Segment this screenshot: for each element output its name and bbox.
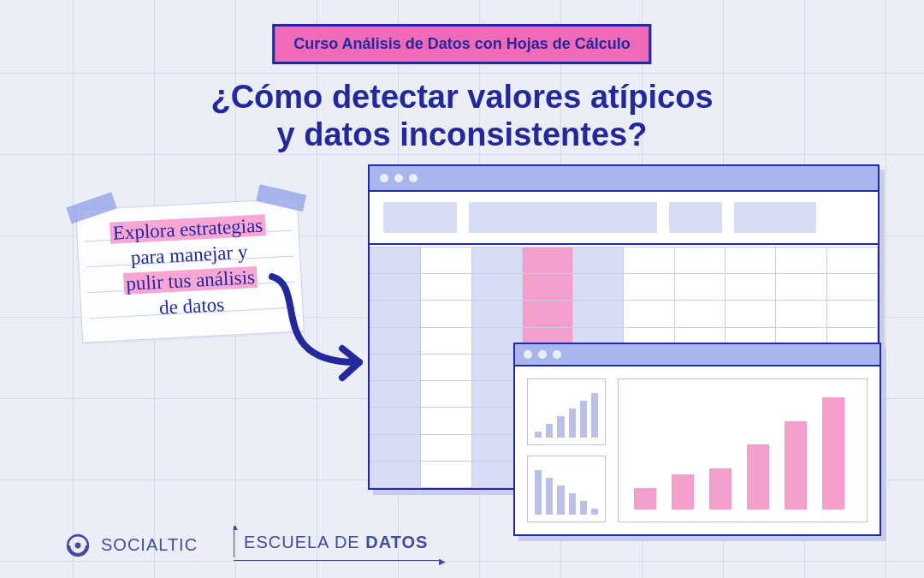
toolbar-block (469, 202, 657, 233)
chart-main (618, 378, 868, 522)
toolbar-block (734, 202, 816, 233)
toolbar-block (383, 202, 457, 233)
spreadsheet-toolbar (370, 192, 878, 245)
socialtic-icon (63, 531, 92, 560)
note-l1: Explora estrategias (110, 214, 266, 243)
slide-title-line1: ¿Cómo detectar valores atípicos (0, 79, 924, 116)
charts-popup-window (513, 343, 881, 536)
svg-point-1 (75, 542, 81, 548)
logo-escuela-de-datos: ▲▶ ESCUELA DE DATOS (234, 529, 436, 561)
chart-thumbnail-ascending (527, 378, 606, 445)
slide-title-line2: y datos inconsistentes? (0, 116, 924, 154)
toolbar-block (669, 202, 722, 233)
course-badge: Curso Análisis de Datos con Hojas de Cál… (272, 24, 651, 64)
slide-title: ¿Cómo detectar valores atípicos y datos … (0, 79, 924, 153)
logo-escuela-pre: ESCUELA DE (244, 533, 365, 551)
logo-socialtic-text: SOCIALTIC (101, 535, 198, 555)
chart-thumbnail-descending (527, 456, 606, 522)
logo-socialtic: SOCIALTIC (63, 531, 198, 560)
spreadsheet-titlebar (370, 166, 878, 192)
note-l4: de datos (159, 294, 225, 319)
note-l3: pulir tus análisis (123, 266, 258, 295)
course-badge-label: Curso Análisis de Datos con Hojas de Cál… (293, 35, 630, 52)
footer-logos: SOCIALTIC ▲▶ ESCUELA DE DATOS (63, 529, 436, 561)
window-controls-icon (380, 174, 418, 182)
logo-escuela-bold: DATOS (365, 533, 428, 551)
charts-popup-titlebar (515, 344, 880, 366)
arrow-icon (257, 270, 385, 398)
window-controls-icon (524, 350, 561, 359)
note-l2: para manejar y (130, 241, 248, 268)
